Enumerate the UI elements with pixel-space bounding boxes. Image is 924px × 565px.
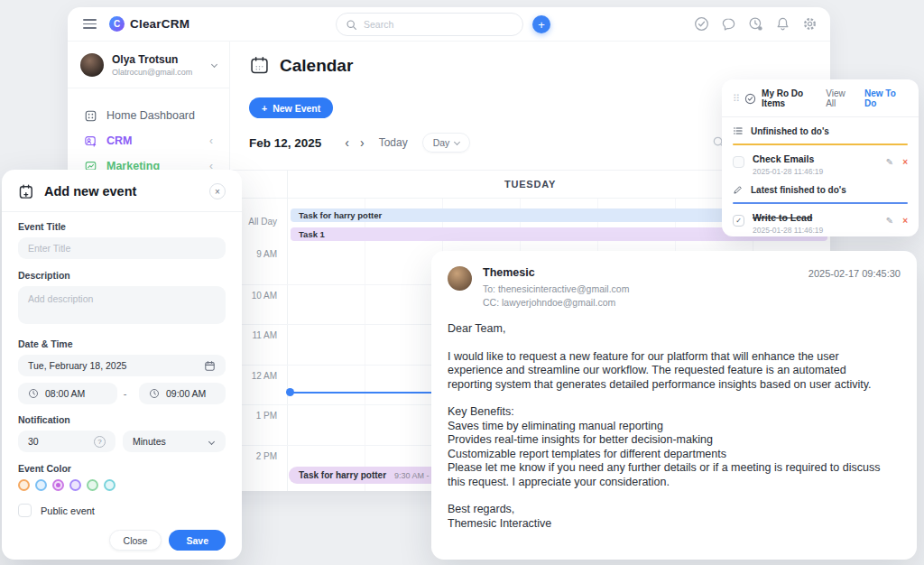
email-paragraph: Themesic Interactive [448, 517, 892, 532]
date-input[interactable]: Tue, February 18, 2025 [18, 355, 226, 376]
page-title-text: Calendar [280, 56, 353, 76]
search-input[interactable] [364, 19, 499, 30]
edit-pencil-icon[interactable]: ✎ [886, 157, 893, 167]
event-title-input[interactable] [18, 237, 226, 259]
divider [722, 116, 919, 117]
public-event-label: Public event [41, 505, 95, 516]
email-paragraph: Key Benefits: [448, 405, 892, 420]
add-event-modal: Add new event × Event Title Description … [2, 170, 242, 560]
top-bar: C ClearCRM + [68, 7, 830, 42]
public-event-row: Public event [18, 504, 226, 517]
event-color-label: Event Color [18, 463, 226, 474]
divider [2, 211, 242, 212]
chat-icon[interactable] [721, 16, 736, 32]
event-color-swatches [18, 479, 226, 491]
calendar-toolbar: Feb 12, 2025 ‹ › Today Day [249, 133, 470, 153]
chevron-down-icon [208, 438, 215, 444]
notification-unit-select[interactable]: Minutes [123, 431, 226, 452]
sidebar-item-home-dashboard[interactable]: Home Dashboard [68, 103, 229, 128]
brand-name: ClearCRM [130, 17, 189, 31]
todo-checkbox-checked[interactable]: ✓ [733, 215, 744, 227]
email-timestamp: 2025-02-17 09:45:30 [808, 268, 901, 279]
save-button[interactable]: Save [169, 530, 226, 551]
email-paragraph: Please let me know if you need any furth… [448, 461, 892, 489]
todo-panel: ⠿ My Ro Do Items View All New To Do Unfi… [722, 79, 919, 236]
settings-gear-icon[interactable] [802, 16, 818, 32]
brand[interactable]: C ClearCRM [109, 16, 189, 32]
event-title-label: Event Title [18, 221, 226, 232]
view-all-link[interactable]: View All [826, 88, 855, 108]
notifications-bell-icon[interactable] [775, 16, 790, 32]
unfinished-rule [733, 144, 908, 145]
email-paragraph: Saves time by eliminating manual reporti… [448, 420, 892, 434]
calendar-plus-icon [18, 183, 35, 200]
search-icon [346, 19, 357, 31]
notification-value-input[interactable]: 30 ? [18, 431, 116, 452]
todo-item-title: Write to Lead [753, 212, 823, 223]
help-question-icon[interactable]: ? [94, 436, 106, 448]
crm-contact-icon [84, 134, 97, 148]
color-swatch-blue[interactable] [35, 479, 47, 491]
todo-item: Check Emails 2025-01-28 11:46:19 ✎ × [733, 151, 908, 181]
color-swatch-orange[interactable] [18, 479, 30, 491]
email-panel: Themesic To: thenesicinteractive@gmail.c… [431, 251, 917, 560]
user-avatar [80, 53, 104, 77]
sender-avatar [448, 266, 472, 291]
page-title: Calendar [249, 55, 353, 76]
time-tracking-icon[interactable] [748, 16, 763, 32]
chevron-down-icon [211, 60, 217, 67]
description-input[interactable] [18, 286, 226, 324]
delete-x-icon[interactable]: × [902, 157, 908, 167]
finished-section-header: Latest finished to do's [733, 183, 908, 196]
color-swatch-magenta-selected[interactable] [52, 479, 64, 491]
email-header: Themesic To: thenesicinteractive@gmail.c… [448, 266, 901, 308]
chevron-left-icon: ‹ [209, 134, 213, 147]
topbar-icons [694, 16, 818, 32]
todo-check-circle-icon [744, 93, 756, 105]
todo-header: ⠿ My Ro Do Items View All New To Do [733, 88, 908, 108]
delete-x-icon[interactable]: × [902, 216, 908, 226]
clock-icon [149, 388, 160, 399]
new-todo-link[interactable]: New To Do [864, 88, 908, 108]
color-swatch-green[interactable] [87, 479, 98, 491]
edit-pencil-icon[interactable]: ✎ [886, 216, 893, 226]
close-button[interactable]: Close [109, 530, 162, 551]
todo-item-timestamp: 2025-01-28 11:46:19 [753, 226, 823, 235]
sidebar-item-crm[interactable]: CRM ‹ [68, 128, 229, 153]
todo-panel-title: My Ro Do Items [762, 88, 826, 108]
hamburger-menu-icon[interactable] [83, 19, 97, 29]
email-paragraph: Best regards, [448, 503, 892, 517]
global-search[interactable] [336, 13, 523, 36]
email-paragraph: I would like to request a new feature fo… [448, 350, 892, 393]
view-selector[interactable]: Day [422, 133, 471, 153]
check-icon: ✓ [735, 217, 742, 225]
todo-item-timestamp: 2025-01-28 11:46:19 [753, 167, 823, 176]
new-event-button[interactable]: + New Event [249, 97, 333, 118]
dashboard-icon [84, 109, 97, 123]
sidebar-item-label: CRM [106, 134, 132, 147]
unfinished-section-header: Unfinished to do's [733, 125, 908, 137]
close-icon[interactable]: × [209, 183, 226, 199]
clock-icon [28, 388, 39, 399]
todo-checkbox[interactable] [733, 156, 744, 168]
finished-rule [733, 202, 908, 204]
today-button[interactable]: Today [379, 136, 408, 149]
end-time-input[interactable]: 09:00 AM [139, 383, 226, 404]
todo-item-title: Check Emails [753, 153, 823, 164]
calendar-icon [249, 55, 270, 76]
drag-handle-icon[interactable]: ⠿ [733, 93, 739, 105]
quick-add-button[interactable]: + [532, 15, 550, 33]
plus-icon: + [262, 103, 267, 114]
email-paragraph: Provides real-time insights for better d… [448, 433, 892, 448]
modal-title: Add new event [44, 184, 136, 199]
next-day-button[interactable]: › [355, 135, 370, 150]
time-range-dash: - [124, 388, 127, 399]
prev-day-button[interactable]: ‹ [339, 135, 355, 150]
color-swatch-teal[interactable] [104, 479, 116, 491]
start-time-input[interactable]: 08:00 AM [18, 383, 117, 404]
color-swatch-purple[interactable] [69, 479, 81, 491]
description-label: Description [18, 270, 226, 281]
public-event-checkbox[interactable] [18, 504, 32, 517]
tasks-check-icon[interactable] [694, 16, 709, 32]
user-profile[interactable]: Olya Trotsun Olatrocun@gmail.com [68, 42, 229, 88]
